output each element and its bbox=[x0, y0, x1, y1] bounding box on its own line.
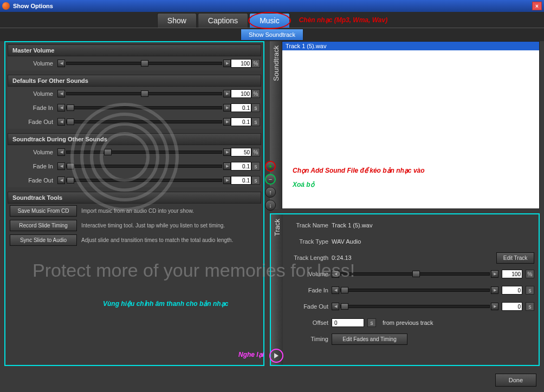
tab-music[interactable]: Music bbox=[249, 13, 290, 28]
slider-thumb[interactable] bbox=[141, 60, 148, 67]
dur-fi-label: Fade In bbox=[9, 163, 57, 169]
track-length-label: Track Length bbox=[287, 254, 328, 261]
def-vol-slider[interactable] bbox=[66, 92, 222, 95]
save-cd-desc: Import music from an audio CD into your … bbox=[81, 208, 194, 214]
tp-vol-slider[interactable] bbox=[340, 272, 490, 276]
dur-fi-inc[interactable]: ▶ bbox=[223, 162, 231, 170]
track-listbox[interactable]: Track 1 (5).wav + − ↑ ↓ bbox=[282, 41, 540, 209]
master-vol-inc[interactable]: ▶ bbox=[223, 60, 231, 67]
sec-unit: s bbox=[251, 176, 260, 185]
track-name-label: Track Name bbox=[287, 222, 328, 228]
dur-fo-dec[interactable]: ◀ bbox=[57, 177, 65, 184]
dur-fo-slider[interactable] bbox=[66, 179, 222, 182]
def-vol-inc[interactable]: ▶ bbox=[223, 90, 231, 97]
save-cd-button[interactable]: Save Music From CD bbox=[10, 205, 77, 217]
tp-vol-inc[interactable]: ▶ bbox=[491, 270, 498, 278]
sec-unit: s bbox=[367, 318, 376, 327]
master-volume-label: Volume bbox=[9, 60, 57, 67]
done-button[interactable]: Done bbox=[495, 374, 536, 387]
during-header: Soundtrack During Other Sounds bbox=[8, 133, 261, 145]
record-timing-button[interactable]: Record Slide Timing bbox=[10, 220, 77, 231]
tp-fi-dec[interactable]: ◀ bbox=[332, 286, 339, 294]
defaults-vol-label: Volume bbox=[9, 90, 57, 97]
slider-thumb[interactable] bbox=[67, 163, 74, 169]
tp-fo-input[interactable] bbox=[502, 302, 522, 311]
master-header: Master Volume bbox=[8, 44, 261, 56]
move-up-button[interactable]: ↑ bbox=[265, 187, 276, 198]
tp-vol-dec[interactable]: ◀ bbox=[332, 270, 339, 278]
dur-vol-inc[interactable]: ▶ bbox=[223, 148, 231, 156]
def-fo-input[interactable] bbox=[231, 117, 251, 126]
def-fi-slider[interactable] bbox=[66, 106, 222, 109]
dur-vol-input[interactable] bbox=[231, 148, 251, 156]
def-fo-inc[interactable]: ▶ bbox=[223, 118, 231, 126]
remove-track-button[interactable]: − bbox=[265, 174, 276, 185]
slider-thumb[interactable] bbox=[67, 104, 74, 111]
tp-fi-input[interactable] bbox=[502, 286, 522, 295]
play-icon bbox=[274, 353, 279, 358]
dur-fi-slider[interactable] bbox=[66, 165, 222, 168]
subtab-show-soundtrack[interactable]: Show Soundtrack bbox=[241, 29, 303, 41]
master-vol-dec[interactable]: ◀ bbox=[57, 60, 65, 67]
def-fo-dec[interactable]: ◀ bbox=[57, 118, 65, 126]
move-down-button[interactable]: ↓ bbox=[265, 200, 276, 211]
tools-header: Soundtrack Tools bbox=[8, 192, 261, 204]
dur-fo-inc[interactable]: ▶ bbox=[223, 177, 231, 184]
tp-fo-dec[interactable]: ◀ bbox=[332, 303, 339, 310]
def-vol-input[interactable] bbox=[231, 89, 251, 98]
slider-thumb[interactable] bbox=[67, 177, 74, 184]
edit-fades-button[interactable]: Edit Fades and Timing bbox=[332, 334, 407, 345]
sec-unit: s bbox=[251, 162, 260, 171]
dur-vol-dec[interactable]: ◀ bbox=[57, 148, 65, 156]
sec-unit: s bbox=[526, 302, 534, 311]
tp-offset-desc: from previous track bbox=[383, 319, 433, 326]
track-bar: Track bbox=[271, 214, 283, 365]
def-fi-inc[interactable]: ▶ bbox=[223, 104, 231, 112]
dur-fi-dec[interactable]: ◀ bbox=[57, 162, 65, 170]
tab-show[interactable]: Show bbox=[157, 13, 197, 28]
sec-unit: s bbox=[251, 117, 260, 126]
slider-thumb[interactable] bbox=[104, 149, 112, 155]
tp-fi-inc[interactable]: ▶ bbox=[491, 286, 498, 294]
add-track-button[interactable]: + bbox=[265, 161, 276, 172]
defaults-header: Defaults For Other Sounds bbox=[8, 75, 261, 87]
slider-thumb[interactable] bbox=[141, 90, 148, 97]
slider-thumb[interactable] bbox=[412, 271, 420, 277]
edit-track-button[interactable]: Edit Track bbox=[496, 252, 534, 264]
def-vol-dec[interactable]: ◀ bbox=[57, 90, 65, 97]
def-fadein-label: Fade In bbox=[9, 104, 57, 111]
def-fi-dec[interactable]: ◀ bbox=[57, 104, 65, 112]
track-length-value: 0:24.13 bbox=[332, 254, 352, 261]
track-label: Track bbox=[273, 219, 281, 236]
def-fadeout-label: Fade Out bbox=[9, 119, 57, 125]
master-vol-input[interactable] bbox=[231, 59, 251, 68]
titlebar: Show Options × bbox=[0, 0, 544, 12]
slider-thumb[interactable] bbox=[67, 119, 74, 125]
pct-unit: % bbox=[251, 89, 260, 98]
tp-vol-label: Volume bbox=[287, 271, 328, 277]
tab-captions[interactable]: Captions bbox=[198, 13, 248, 28]
pct-unit: % bbox=[251, 59, 260, 68]
slider-thumb[interactable] bbox=[341, 287, 348, 293]
slider-thumb[interactable] bbox=[341, 303, 348, 310]
dur-fi-input[interactable] bbox=[231, 162, 251, 171]
sync-audio-button[interactable]: Sync Slide to Audio bbox=[10, 234, 77, 246]
pct-unit: % bbox=[526, 270, 534, 278]
track-item[interactable]: Track 1 (5).wav bbox=[282, 42, 539, 50]
tp-fo-slider[interactable] bbox=[340, 305, 490, 308]
tp-timing-label: Timing bbox=[287, 336, 328, 342]
def-fo-slider[interactable] bbox=[66, 120, 222, 123]
pct-unit: % bbox=[251, 148, 260, 156]
tp-fi-slider[interactable] bbox=[340, 289, 490, 292]
close-button[interactable]: × bbox=[532, 2, 542, 10]
tp-fo-label: Fade Out bbox=[287, 303, 328, 310]
tp-fo-inc[interactable]: ▶ bbox=[491, 303, 498, 310]
tp-vol-input[interactable] bbox=[502, 270, 522, 278]
master-vol-slider[interactable] bbox=[66, 62, 222, 65]
dur-vol-slider[interactable] bbox=[66, 151, 222, 154]
tp-offset-input[interactable] bbox=[332, 318, 364, 327]
play-button[interactable] bbox=[269, 349, 283, 363]
dur-fo-input[interactable] bbox=[231, 176, 251, 185]
track-type-value: WAV Audio bbox=[332, 238, 361, 245]
def-fi-input[interactable] bbox=[231, 103, 251, 112]
